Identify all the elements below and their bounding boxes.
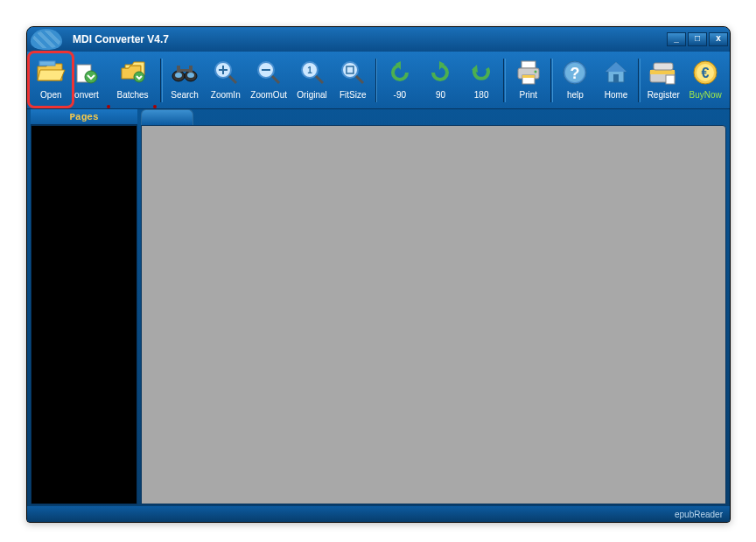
svg-rect-35 bbox=[654, 63, 673, 70]
sidebar: Pages bbox=[27, 109, 139, 506]
help-button[interactable]: ? help bbox=[555, 55, 596, 108]
original-label: Original bbox=[297, 90, 326, 100]
preview-wrap bbox=[139, 109, 730, 506]
euro-coin-icon: € bbox=[690, 57, 721, 88]
svg-rect-8 bbox=[177, 66, 180, 73]
open-button[interactable]: Open bbox=[31, 55, 72, 108]
toolbar-separator bbox=[375, 59, 378, 102]
buynow-button[interactable]: € BuyNow bbox=[684, 55, 726, 108]
binoculars-icon bbox=[169, 57, 200, 88]
rot-90-label: 90 bbox=[436, 90, 445, 100]
svg-line-12 bbox=[229, 76, 236, 83]
svg-text:?: ? bbox=[570, 65, 580, 82]
open-label: Open bbox=[40, 90, 61, 100]
buynow-label: BuyNow bbox=[690, 90, 722, 100]
svg-point-2 bbox=[85, 71, 97, 83]
svg-point-21 bbox=[342, 62, 358, 78]
fit-size-icon bbox=[337, 57, 368, 88]
convert-button[interactable]: onvert bbox=[72, 55, 108, 108]
zoom-out-icon bbox=[253, 57, 284, 88]
home-icon bbox=[600, 57, 632, 88]
toolbar: Open onvert Batches bbox=[27, 52, 730, 109]
maximize-button[interactable]: □ bbox=[688, 32, 707, 46]
statusbar: epubReader bbox=[27, 506, 730, 522]
svg-text:€: € bbox=[702, 66, 710, 80]
svg-rect-0 bbox=[39, 61, 55, 66]
search-label: Search bbox=[171, 90, 199, 100]
register-icon bbox=[648, 57, 679, 88]
svg-rect-32 bbox=[613, 74, 619, 82]
print-label: Print bbox=[519, 90, 537, 100]
content-area: Pages bbox=[27, 109, 730, 506]
zoom-original-icon: 1 bbox=[297, 57, 328, 88]
toolbar-separator bbox=[550, 59, 553, 102]
zoomin-button[interactable]: ZoomIn bbox=[205, 55, 246, 108]
separator-dot bbox=[107, 105, 110, 108]
toolbar-separator bbox=[638, 59, 640, 102]
separator-dot bbox=[153, 105, 157, 108]
svg-text:1: 1 bbox=[307, 66, 312, 75]
rotate-90-button[interactable]: 90 bbox=[420, 55, 461, 108]
help-label: help bbox=[567, 90, 584, 100]
rotate-180-icon bbox=[466, 57, 497, 88]
app-icon bbox=[31, 29, 62, 50]
svg-rect-36 bbox=[666, 75, 675, 84]
svg-point-3 bbox=[134, 72, 144, 82]
svg-rect-27 bbox=[522, 75, 535, 78]
fitsize-button[interactable]: FitSize bbox=[332, 55, 374, 108]
preview-panel[interactable] bbox=[141, 125, 726, 504]
close-button[interactable]: x bbox=[709, 32, 728, 46]
rotate-left-icon bbox=[384, 57, 416, 88]
svg-point-7 bbox=[187, 73, 194, 78]
svg-rect-34 bbox=[650, 70, 675, 74]
home-button[interactable]: Home bbox=[596, 55, 637, 108]
batches-button[interactable]: Batches bbox=[112, 55, 153, 108]
svg-line-19 bbox=[316, 76, 323, 83]
print-button[interactable]: Print bbox=[508, 55, 549, 108]
app-window: MDI Converter V4.7 _ □ x Open bbox=[26, 26, 731, 523]
toolbar-separator bbox=[503, 59, 506, 102]
home-label: Home bbox=[605, 90, 628, 100]
zoomout-button[interactable]: ZoomOut bbox=[246, 55, 291, 108]
batches-label: Batches bbox=[116, 90, 148, 100]
convert-icon bbox=[71, 57, 102, 88]
fitsize-label: FitSize bbox=[340, 90, 367, 100]
rotate-neg90-button[interactable]: -90 bbox=[379, 55, 420, 108]
register-button[interactable]: Register bbox=[642, 55, 684, 108]
pages-header: Pages bbox=[31, 109, 137, 125]
rotate-right-icon bbox=[424, 57, 456, 88]
printer-icon bbox=[513, 57, 544, 88]
search-button[interactable]: Search bbox=[164, 55, 206, 108]
svg-rect-10 bbox=[180, 69, 189, 72]
help-icon: ? bbox=[559, 57, 591, 88]
toolbar-separator bbox=[160, 59, 163, 102]
rot-180-label: 180 bbox=[474, 90, 489, 100]
zoomout-label: ZoomOut bbox=[250, 90, 287, 100]
zoomin-label: ZoomIn bbox=[211, 90, 241, 100]
original-button[interactable]: 1 Original bbox=[291, 55, 332, 108]
svg-rect-24 bbox=[522, 61, 536, 68]
rot-neg90-label: -90 bbox=[394, 90, 406, 100]
preview-tab[interactable] bbox=[141, 109, 193, 125]
titlebar: MDI Converter V4.7 _ □ x bbox=[27, 27, 730, 52]
svg-line-22 bbox=[356, 76, 363, 83]
svg-point-6 bbox=[175, 73, 182, 78]
rotate-180-button[interactable]: 180 bbox=[461, 55, 502, 108]
svg-line-16 bbox=[272, 76, 279, 83]
convert-label: onvert bbox=[74, 90, 99, 100]
minimize-button[interactable]: _ bbox=[667, 32, 686, 46]
svg-rect-9 bbox=[189, 66, 192, 73]
batches-icon bbox=[117, 57, 149, 88]
app-title: MDI Converter V4.7 bbox=[73, 33, 169, 45]
svg-point-28 bbox=[534, 71, 536, 73]
folder-open-icon bbox=[35, 57, 66, 88]
register-label: Register bbox=[648, 90, 680, 100]
zoom-in-icon bbox=[210, 57, 242, 88]
pages-thumbnail-panel[interactable] bbox=[31, 125, 137, 504]
statusbar-text: epubReader bbox=[675, 510, 723, 519]
